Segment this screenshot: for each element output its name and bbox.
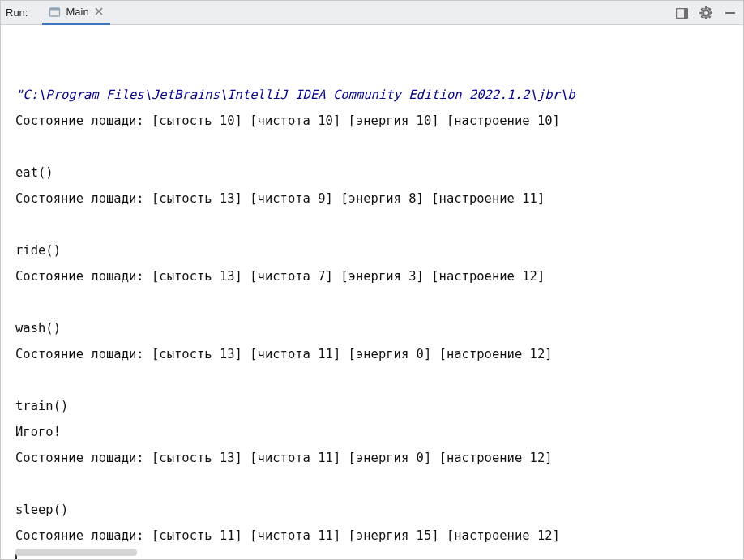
output-line: ride()	[15, 237, 743, 263]
output-line: Состояние лошади: [сытость 13] [чистота …	[15, 341, 743, 367]
svg-rect-16	[725, 12, 735, 14]
output-line: Состояние лошади: [сытость 13] [чистота …	[15, 186, 743, 212]
output-line: train()	[15, 393, 743, 419]
svg-rect-8	[705, 6, 707, 9]
svg-point-7	[704, 11, 708, 15]
output-line: Состояние лошади: [сытость 11] [чистота …	[15, 523, 743, 549]
output-line	[15, 134, 743, 160]
output-line: eat()	[15, 160, 743, 186]
svg-rect-9	[705, 17, 707, 19]
command-line: "C:\Program Files\JetBrains\IntelliJ IDE…	[15, 82, 743, 108]
svg-rect-5	[684, 9, 687, 18]
gear-icon[interactable]	[699, 6, 712, 19]
output-line: Игого!	[15, 419, 743, 445]
output-line: Состояние лошади: [сытость 13] [чистота …	[15, 263, 743, 289]
minimize-icon[interactable]	[724, 6, 737, 19]
output-line: wash()	[15, 315, 743, 341]
run-panel-header: Run: Main	[1, 1, 743, 25]
svg-rect-11	[710, 12, 712, 14]
tab-main[interactable]: Main	[42, 1, 109, 25]
run-config-icon	[49, 6, 61, 18]
output-line	[15, 471, 743, 497]
output-line: Состояние лошади: [сытость 13] [чистота …	[15, 445, 743, 471]
output-line: sleep()	[15, 497, 743, 523]
console-content: "C:\Program Files\JetBrains\IntelliJ IDE…	[1, 30, 743, 559]
close-icon[interactable]	[94, 6, 104, 16]
horizontal-scrollbar[interactable]	[15, 549, 137, 556]
header-actions	[675, 1, 737, 25]
tab-label: Main	[66, 6, 88, 18]
layout-icon[interactable]	[675, 6, 688, 19]
svg-rect-1	[50, 8, 60, 11]
svg-rect-10	[699, 12, 702, 14]
console-output[interactable]: "C:\Program Files\JetBrains\IntelliJ IDE…	[1, 25, 743, 559]
output-line	[15, 367, 743, 393]
output-line	[15, 289, 743, 315]
output-line: Состояние лошади: [сытость 10] [чистота …	[15, 108, 743, 134]
output-line	[15, 212, 743, 237]
run-label: Run:	[6, 6, 28, 19]
